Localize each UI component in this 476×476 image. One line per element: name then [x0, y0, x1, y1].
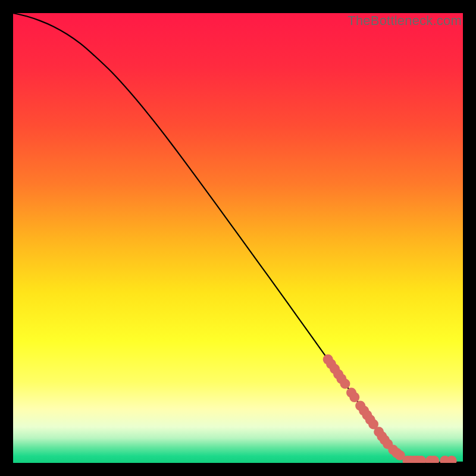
chart-frame: TheBottleneck.com	[13, 13, 463, 463]
marker-dot	[447, 456, 457, 463]
marker-dot	[340, 378, 350, 389]
watermark-text: TheBottleneck.com	[347, 13, 462, 29]
marker-dot	[349, 392, 359, 402]
curve-line	[13, 13, 463, 462]
marker-group	[323, 355, 457, 463]
chart-plot	[13, 13, 463, 463]
